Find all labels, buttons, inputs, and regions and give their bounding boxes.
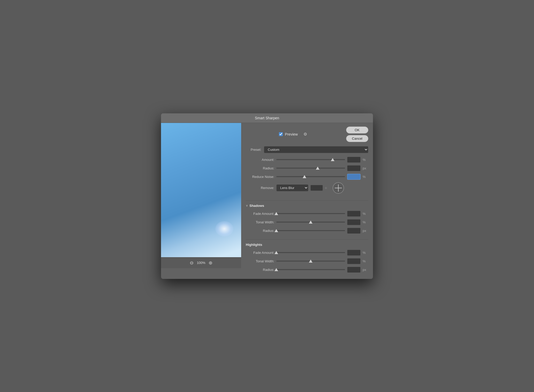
shadows-fade-input[interactable]: 0: [347, 211, 361, 217]
reduce-noise-input[interactable]: 41: [347, 174, 361, 180]
shadows-tonal-slider[interactable]: [276, 219, 345, 225]
highlights-radius-unit: px: [363, 268, 368, 272]
highlights-radius-input[interactable]: 1: [347, 267, 361, 273]
title-bar: Smart Sharpen: [161, 113, 373, 123]
radius-thumb[interactable]: [316, 167, 319, 170]
shadows-header: ∨ Shadows: [246, 204, 368, 208]
shadows-radius-thumb[interactable]: [274, 229, 278, 232]
radius-label: Radius:: [246, 166, 274, 170]
amount-label: Amount:: [246, 158, 274, 162]
shadows-fade-row: Fade Amount: 0 %: [246, 211, 368, 217]
highlights-tonal-input[interactable]: 50: [347, 258, 361, 264]
shadows-radius-label: Radius:: [246, 229, 274, 233]
dialog-body: ⊖ 100% ⊕ Preview ⚙ OK Cancel: [161, 123, 373, 279]
section-divider-shadows: [246, 200, 368, 201]
highlights-fade-track: [276, 252, 345, 253]
reduce-noise-slider[interactable]: [276, 174, 345, 179]
shadows-radius-input[interactable]: 1: [347, 228, 361, 234]
shadows-radius-track: [276, 230, 345, 231]
radius-row: Radius: 3.4 px: [246, 165, 368, 171]
top-row: Preview ⚙ OK Cancel: [246, 127, 368, 142]
shadows-chevron[interactable]: ∨: [246, 204, 248, 207]
highlights-radius-track: [276, 269, 345, 270]
amount-unit: %: [363, 158, 368, 162]
highlights-fade-thumb[interactable]: [274, 251, 278, 254]
radius-slider[interactable]: [276, 166, 345, 171]
section-divider-highlights: [246, 239, 368, 240]
preset-label: Preset:: [246, 148, 261, 152]
highlights-radius-thumb[interactable]: [274, 268, 278, 271]
shadows-tonal-input[interactable]: 50: [347, 219, 361, 225]
highlights-tonal-unit: %: [363, 259, 368, 263]
highlights-radius-label: Radius:: [246, 268, 274, 272]
radius-unit: px: [363, 166, 368, 170]
preview-section: Preview ⚙: [246, 131, 342, 138]
preview-label: Preview: [285, 132, 298, 136]
shadows-fade-track: [276, 213, 345, 214]
highlights-fade-row: Fade Amount: 0 %: [246, 250, 368, 256]
highlights-title: Highlights: [246, 243, 262, 247]
shadows-tonal-thumb[interactable]: [309, 221, 312, 224]
preset-select[interactable]: Custom Default: [264, 146, 368, 153]
shadows-radius-unit: px: [363, 229, 368, 233]
highlights-radius-slider[interactable]: [276, 267, 345, 272]
action-buttons: OK Cancel: [346, 127, 368, 142]
remove-label: Remove:: [246, 186, 274, 190]
cancel-button[interactable]: Cancel: [346, 135, 368, 142]
amount-thumb[interactable]: [331, 158, 334, 161]
highlights-fade-input[interactable]: 0: [347, 250, 361, 256]
shadows-radius-row: Radius: 1 px: [246, 228, 368, 234]
highlights-radius-row: Radius: 1 px: [246, 267, 368, 273]
shadows-title: Shadows: [249, 204, 264, 208]
highlights-fade-slider[interactable]: [276, 250, 345, 255]
reduce-noise-thumb[interactable]: [303, 175, 306, 178]
shadows-fade-unit: %: [363, 212, 368, 216]
radius-track: [276, 168, 345, 169]
controls-panel: Preview ⚙ OK Cancel Preset: Custom Defau…: [241, 123, 373, 279]
lens-icon: [333, 182, 344, 194]
reduce-noise-row: Reduce Noise: 41 %: [246, 174, 368, 180]
zoom-in-button[interactable]: ⊕: [209, 260, 212, 266]
amount-slider[interactable]: [276, 157, 345, 162]
highlights-header: Highlights: [246, 243, 368, 247]
highlights-tonal-row: Tonal Width: 50 %: [246, 258, 368, 264]
zoom-out-button[interactable]: ⊖: [190, 260, 194, 266]
reduce-noise-track: [276, 176, 345, 177]
zoom-value-label: 100%: [197, 261, 205, 265]
remove-select[interactable]: Gaussian Blur Lens Blur Motion Blur: [276, 184, 308, 191]
shadows-fade-label: Fade Amount:: [246, 212, 274, 216]
dialog-title: Smart Sharpen: [255, 116, 279, 120]
preview-toolbar: ⊖ 100% ⊕: [161, 257, 241, 268]
shadows-tonal-unit: %: [363, 220, 368, 224]
shadows-tonal-row: Tonal Width: 50 %: [246, 219, 368, 225]
preview-image: [161, 123, 241, 257]
remove-dot-unit: ○: [325, 186, 331, 190]
highlights-tonal-thumb[interactable]: [309, 260, 312, 263]
preview-checkbox[interactable]: [279, 132, 283, 136]
shadows-fade-thumb[interactable]: [274, 212, 278, 215]
shadows-tonal-track: [276, 222, 345, 223]
amount-input[interactable]: 340: [347, 157, 361, 163]
gear-button[interactable]: ⚙: [302, 131, 309, 138]
smart-sharpen-dialog: Smart Sharpen ⊖ 100% ⊕ Preview ⚙ OK: [161, 113, 373, 279]
crosshair-icon: [335, 184, 342, 192]
reduce-noise-unit: %: [363, 175, 368, 179]
preview-panel: ⊖ 100% ⊕: [161, 123, 241, 279]
remove-dot-input[interactable]: 0: [310, 185, 323, 191]
highlights-tonal-track: [276, 261, 345, 262]
preset-row: Preset: Custom Default: [246, 146, 368, 153]
highlights-fade-unit: %: [363, 251, 368, 255]
shadows-fade-slider[interactable]: [276, 211, 345, 216]
amount-row: Amount: 340 %: [246, 157, 368, 163]
highlights-fade-label: Fade Amount:: [246, 251, 274, 255]
remove-row: Remove: Gaussian Blur Lens Blur Motion B…: [246, 182, 368, 194]
radius-input[interactable]: 3.4: [347, 165, 361, 171]
ok-button[interactable]: OK: [346, 127, 368, 134]
highlights-tonal-slider[interactable]: [276, 258, 345, 264]
shadows-radius-slider[interactable]: [276, 228, 345, 233]
shadows-tonal-label: Tonal Width:: [246, 220, 274, 224]
highlights-tonal-label: Tonal Width:: [246, 259, 274, 263]
amount-track: [276, 159, 345, 160]
reduce-noise-label: Reduce Noise:: [246, 175, 274, 179]
